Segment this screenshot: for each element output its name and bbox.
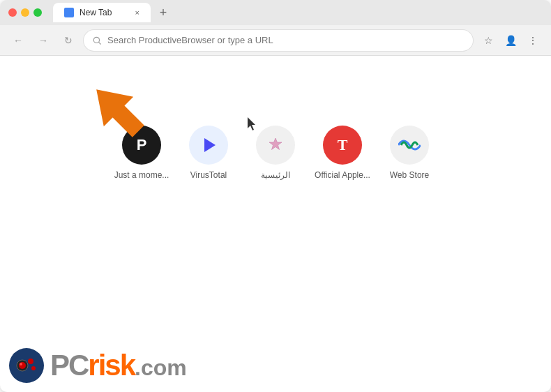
shortcut-label-web-store: Web Store [382, 170, 437, 180]
tab-favicon [64, 8, 74, 17]
svg-line-1 [99, 42, 101, 44]
watermark-logo [8, 347, 45, 384]
toolbar: ← → ↻ ☆ 👤 ⋮ [0, 25, 551, 56]
browser-window: New Tab × + ← → ↻ ☆ 👤 ⋮ [0, 0, 551, 392]
svg-point-9 [31, 366, 36, 370]
shortcut-virustotal[interactable]: VirusTotal [181, 126, 236, 180]
shortcut-web-store[interactable]: Web Store [382, 126, 437, 180]
shortcut-label-virustotal: VirusTotal [181, 170, 236, 180]
watermark-risk: risk [88, 349, 135, 382]
maximize-button[interactable] [33, 8, 42, 17]
forward-button[interactable]: → [33, 31, 53, 50]
account-button[interactable]: 👤 [501, 31, 520, 50]
shortcut-icon-arabic [256, 126, 295, 165]
minimize-button[interactable] [21, 8, 29, 17]
menu-button[interactable]: ⋮ [523, 31, 543, 50]
svg-point-6 [19, 362, 26, 369]
url-input[interactable] [107, 35, 465, 45]
shortcut-icon-web-store [390, 126, 429, 165]
shortcut-label-just-a-moment: Just a mome... [114, 170, 169, 180]
reload-button[interactable]: ↻ [59, 31, 78, 50]
svg-point-7 [20, 363, 22, 365]
svg-marker-3 [204, 138, 216, 152]
back-button[interactable]: ← [8, 31, 28, 50]
shortcut-official-apple[interactable]: T Official Apple... [315, 126, 370, 180]
watermark-dotcom: .com [135, 355, 187, 380]
watermark-pc: PC [50, 349, 88, 382]
shortcut-icon-official-apple: T [323, 126, 362, 165]
shortcut-label-arabic: الرئيسية [248, 170, 303, 180]
traffic-lights [8, 8, 42, 17]
watermark-text-container: PCrisk.com [50, 349, 187, 382]
shortcut-icon-virustotal [189, 126, 228, 165]
search-icon [92, 36, 102, 45]
watermark: PCrisk.com [8, 347, 187, 384]
tab-title: New Tab [80, 8, 112, 17]
title-bar: New Tab × + [0, 0, 551, 25]
orange-arrow [84, 77, 153, 149]
page-content: P Just a mome... VirusTotal الر [0, 56, 551, 392]
shortcuts-grid: P Just a mome... VirusTotal الر [114, 126, 437, 180]
toolbar-actions: ☆ 👤 ⋮ [478, 31, 543, 50]
tab-bar: New Tab × + [53, 3, 543, 22]
active-tab[interactable]: New Tab × [53, 3, 151, 22]
svg-marker-2 [84, 77, 153, 146]
bookmark-button[interactable]: ☆ [478, 31, 498, 50]
new-tab-button[interactable]: + [153, 3, 173, 22]
shortcut-label-official-apple: Official Apple... [315, 170, 370, 180]
close-button[interactable] [8, 8, 17, 17]
tab-close-button[interactable]: × [135, 8, 139, 17]
address-bar[interactable] [84, 30, 473, 51]
svg-point-8 [28, 359, 33, 364]
shortcut-arabic[interactable]: الرئيسية [248, 126, 303, 180]
